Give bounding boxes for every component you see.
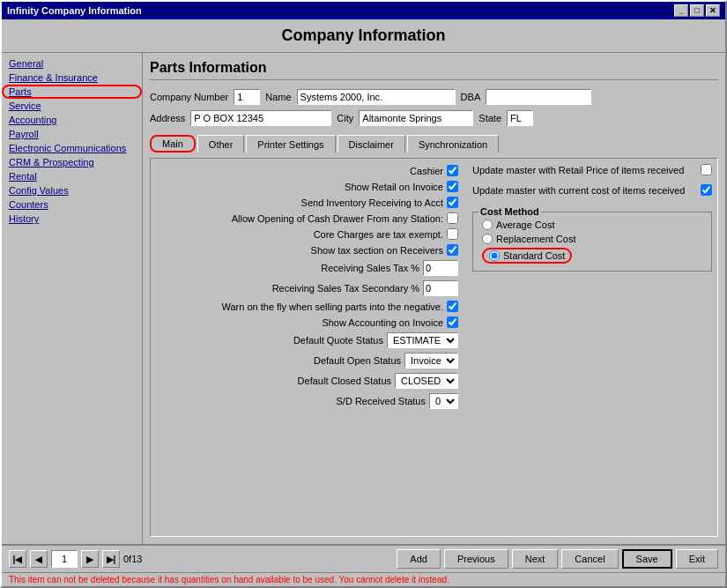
receiving-tax-row: Receiving Sales Tax % (156, 259, 458, 277)
tab-left-column: Cashier Show Retail on Invoice Send Inve… (156, 164, 458, 410)
tab-main[interactable]: Main (150, 135, 196, 153)
show-accounting-checkbox[interactable] (447, 316, 458, 328)
sidebar-item-parts[interactable]: Parts (2, 85, 142, 99)
previous-button[interactable]: Previous (444, 549, 508, 569)
warn-negative-checkbox[interactable] (447, 301, 458, 312)
update-cost-checkbox[interactable] (701, 184, 712, 196)
sidebar-item-payroll[interactable]: Payroll (2, 127, 142, 141)
sidebar-item-service[interactable]: Service (2, 99, 142, 113)
tab-disclaimer[interactable]: Disclaimer (338, 135, 405, 153)
page-number-input[interactable] (51, 550, 78, 568)
name-input[interactable] (297, 89, 456, 105)
replacement-cost-row: Replacement Cost (482, 232, 702, 246)
cancel-button[interactable]: Cancel (561, 549, 618, 569)
core-charges-row: Core Charges are tax exempt. (156, 227, 458, 241)
name-label: Name (265, 92, 291, 102)
core-charges-checkbox[interactable] (447, 228, 458, 240)
cashier-checkbox[interactable] (447, 165, 458, 176)
receiving-tax-input[interactable] (423, 260, 458, 276)
cashier-row: Cashier (156, 164, 458, 177)
show-retail-label: Show Retail on Invoice (345, 182, 443, 192)
cashier-label: Cashier (410, 166, 443, 176)
sidebar-item-finance[interactable]: Finance & Insurance (2, 71, 142, 85)
receiving-tax2-label: Receiving Sales Tax Secondary % (272, 283, 419, 294)
tab-other[interactable]: Other (197, 135, 245, 153)
last-page-button[interactable]: ▶| (102, 550, 120, 568)
default-closed-select[interactable]: CLOSED (395, 373, 458, 389)
city-label: City (337, 113, 353, 123)
next-button[interactable]: Next (512, 549, 559, 569)
first-page-button[interactable]: |◀ (9, 550, 26, 568)
default-open-label: Default Open Status (314, 355, 401, 366)
main-area: General Finance & Insurance Parts Servic… (2, 53, 725, 544)
standard-cost-radio[interactable] (489, 250, 500, 261)
sidebar-item-config[interactable]: Config Values (2, 183, 142, 197)
minimize-button[interactable]: _ (674, 4, 688, 17)
exit-button[interactable]: Exit (676, 549, 718, 569)
save-button[interactable]: Save (622, 549, 672, 569)
show-tax-row: Show tax section on Receivers (156, 243, 458, 257)
core-charges-label: Core Charges are tax exempt. (314, 229, 443, 240)
sidebar-item-accounting[interactable]: Accounting (2, 113, 142, 127)
sd-received-row: S/D Received Status 0 1 2 (156, 392, 458, 410)
cash-drawer-label: Allow Opening of Cash Drawer From any St… (232, 213, 443, 224)
send-inventory-row: Send Inventory Receiving to Acct (156, 196, 458, 209)
default-quote-select[interactable]: ESTIMATE QUOTE (387, 332, 458, 348)
tab-synchronization[interactable]: Synchronization (407, 135, 499, 153)
dba-label: DBA (461, 92, 481, 102)
sidebar-item-electronic[interactable]: Electronic Communications (2, 141, 142, 155)
tab-printer-settings[interactable]: Printer Settings (246, 135, 335, 153)
dba-input[interactable] (486, 89, 591, 105)
standard-cost-circled: Standard Cost (482, 248, 572, 264)
standard-cost-row: Standard Cost (482, 246, 702, 265)
sidebar: General Finance & Insurance Parts Servic… (2, 53, 143, 544)
show-retail-checkbox[interactable] (447, 181, 458, 192)
window-title: Infinity Company Information (7, 5, 142, 16)
average-cost-radio[interactable] (482, 220, 493, 230)
address-label: Address (150, 113, 185, 123)
panel-title: Parts Information (150, 60, 718, 80)
cost-method-legend: Cost Method (478, 206, 541, 217)
add-button[interactable]: Add (397, 549, 441, 569)
sidebar-item-history[interactable]: History (2, 212, 142, 226)
tab-content: Cashier Show Retail on Invoice Send Inve… (156, 164, 712, 410)
sidebar-item-crm[interactable]: CRM & Prospecting (2, 155, 142, 169)
replacement-cost-radio[interactable] (482, 234, 493, 244)
company-number-input[interactable] (234, 89, 260, 105)
company-info-row: Company Number Name DBA (150, 89, 718, 105)
average-cost-label: Average Cost (496, 220, 554, 230)
show-tax-checkbox[interactable] (447, 244, 458, 256)
prev-page-button[interactable]: ◀ (30, 550, 48, 568)
default-quote-label: Default Quote Status (293, 335, 383, 346)
sidebar-item-counters[interactable]: Counters (2, 197, 142, 212)
bottom-bar: |◀ ◀ ▶ ▶| 0f13 Add Previous Next Cancel … (2, 544, 725, 572)
send-inventory-checkbox[interactable] (447, 197, 458, 208)
show-accounting-label: Show Accounting on Invoice (322, 317, 443, 328)
company-number-label: Company Number (150, 92, 228, 102)
cash-drawer-checkbox[interactable] (447, 212, 458, 224)
parts-panel: Parts Information Company Number Name DB… (143, 53, 725, 544)
content-area: Parts Information Company Number Name DB… (143, 53, 725, 544)
maximize-button[interactable]: □ (690, 4, 704, 17)
receiving-tax-label: Receiving Sales Tax % (321, 263, 419, 273)
default-open-row: Default Open Status Invoice Open (156, 352, 458, 369)
close-button[interactable]: ✕ (706, 4, 720, 17)
address-input[interactable] (190, 110, 331, 126)
update-retail-row: Update master with Retail Price of items… (472, 164, 712, 175)
receiving-tax2-input[interactable] (423, 280, 458, 296)
city-input[interactable] (359, 110, 473, 126)
next-page-button-nav[interactable]: ▶ (81, 550, 99, 568)
update-retail-checkbox[interactable] (701, 164, 712, 175)
default-closed-row: Default Closed Status CLOSED (156, 372, 458, 390)
sd-received-select[interactable]: 0 1 2 (429, 393, 458, 409)
tab-content-border: Cashier Show Retail on Invoice Send Inve… (150, 158, 718, 537)
status-text: This item can not be deleted because it … (9, 575, 449, 584)
state-label: State (478, 113, 501, 123)
company-info-title: Company Information (281, 26, 445, 44)
sidebar-item-general[interactable]: General (2, 56, 142, 71)
sidebar-item-rental[interactable]: Rental (2, 169, 142, 183)
state-input[interactable] (507, 110, 533, 126)
default-open-select[interactable]: Invoice Open (404, 353, 458, 368)
cash-drawer-row: Allow Opening of Cash Drawer From any St… (156, 212, 458, 225)
title-bar: Infinity Company Information _ □ ✕ (2, 2, 725, 19)
